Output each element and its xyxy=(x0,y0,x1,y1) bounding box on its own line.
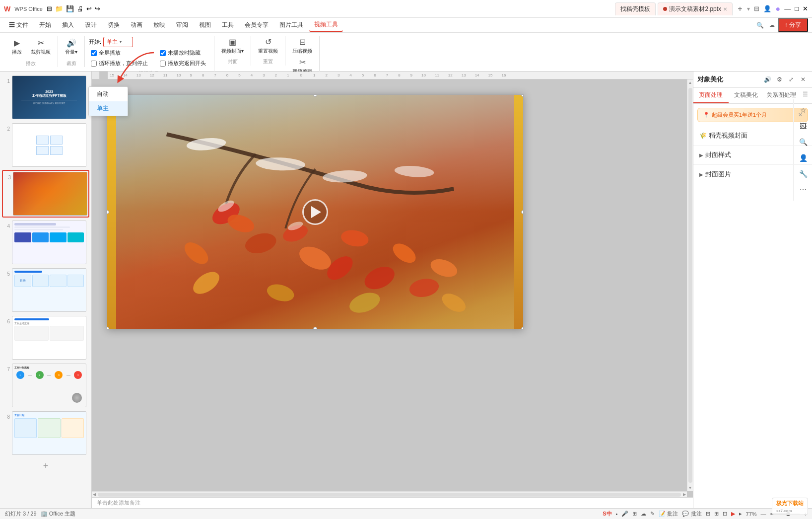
menu-video-tools[interactable]: 视频工具 xyxy=(309,18,343,32)
side-section-video-cover-title[interactable]: 🌾 稻壳视频封面 xyxy=(699,131,806,140)
menu-transition[interactable]: 切换 xyxy=(103,19,125,31)
ribbon-btn-reset[interactable]: ↺ 重置视频 xyxy=(255,36,281,56)
cloud-btn[interactable]: ☁ xyxy=(769,22,775,28)
win-minimize[interactable]: — xyxy=(784,5,791,12)
slide-item-8[interactable]: 8 工作计划 xyxy=(2,410,89,456)
vip-banner[interactable]: 📍 超级会员买1年送1个月 ✕ xyxy=(697,108,808,122)
rewind-checkbox-row[interactable]: 播放完返回开头 xyxy=(158,59,208,68)
ribbon-btn-compress[interactable]: ⊟ 压缩视频 xyxy=(289,36,315,56)
undo-icon[interactable]: ↩ xyxy=(86,5,92,12)
win-maximize[interactable]: □ xyxy=(795,5,799,12)
dropdown-option-auto[interactable]: 自动 xyxy=(89,87,128,101)
redo-icon[interactable]: ↪ xyxy=(95,5,100,12)
status-grid-icon[interactable]: ⊞ xyxy=(632,511,637,517)
fullscreen-checkbox[interactable] xyxy=(91,50,97,56)
print-icon[interactable]: 🖨 xyxy=(77,5,83,12)
zoom-decrease-btn[interactable]: — xyxy=(761,511,766,517)
video-play-button[interactable] xyxy=(302,199,328,225)
menu-vip[interactable]: 会员专享 xyxy=(240,19,273,31)
new-icon[interactable]: ⊟ xyxy=(47,5,52,12)
avatar-icon[interactable]: ● xyxy=(775,4,780,13)
status-comment1[interactable]: 📝 批注 xyxy=(659,510,678,518)
status-comment2[interactable]: 💬 批注 xyxy=(682,510,701,518)
start-dropdown[interactable]: 单主 ▾ xyxy=(103,37,133,47)
loop-checkbox[interactable] xyxy=(91,61,97,67)
side-panel-sound-icon[interactable]: 🔊 xyxy=(762,74,772,84)
add-slide-btn[interactable]: + xyxy=(2,458,89,474)
menu-tools[interactable]: 工具 xyxy=(217,19,239,31)
save-icon[interactable]: 💾 xyxy=(66,5,74,12)
note-area[interactable]: 单击此处添加备注 xyxy=(92,497,693,508)
file-tab[interactable]: 演示文稿素材2.pptx ✕ xyxy=(658,2,733,15)
status-mic-icon[interactable]: 🎤 xyxy=(621,511,628,517)
hide-checkbox[interactable] xyxy=(160,50,166,56)
menu-file[interactable]: ☰ 文件 xyxy=(4,19,33,31)
rewind-checkbox[interactable] xyxy=(160,61,166,67)
win-close[interactable]: ✕ xyxy=(803,5,808,12)
status-view3[interactable]: ⊡ xyxy=(723,511,727,517)
file-tab-close[interactable]: ✕ xyxy=(723,6,727,12)
scrollbar-horizontal[interactable]: ◀ ▶ xyxy=(92,491,687,497)
dropdown-option-single[interactable]: 单主 xyxy=(89,101,128,116)
open-icon[interactable]: 📁 xyxy=(55,5,63,12)
layout-icon[interactable]: ⊟ xyxy=(754,5,759,12)
video-container[interactable] xyxy=(107,95,523,329)
slide-item-7[interactable]: 7 工作计划流程 1 2 3 4 xyxy=(2,363,89,408)
menu-view[interactable]: 视图 xyxy=(194,19,216,31)
side-quick-pic[interactable]: 🖼 xyxy=(796,119,810,133)
loop-checkbox-row[interactable]: 循环播放，直到停止 xyxy=(89,59,150,68)
ribbon-btn-play[interactable]: ▶ 播放 xyxy=(8,37,26,57)
status-cloud-icon[interactable]: ☁ xyxy=(641,511,646,517)
scroll-down-btn[interactable]: ▼ xyxy=(687,485,693,491)
menu-slideshow[interactable]: 放映 xyxy=(148,19,170,31)
add-tab-btn[interactable]: + xyxy=(735,4,745,13)
side-panel-close-icon[interactable]: ✕ xyxy=(798,74,808,84)
status-edit-icon[interactable]: ✎ xyxy=(650,511,655,517)
fullscreen-checkbox-row[interactable]: 全屏播放 xyxy=(89,48,150,58)
scroll-thumb-v[interactable] xyxy=(688,88,692,483)
side-quick-search[interactable]: 🔍 xyxy=(796,135,810,149)
scroll-left-btn[interactable]: ◀ xyxy=(92,492,97,497)
scrollbar-vertical[interactable]: ▲ ▼ xyxy=(687,79,693,491)
ribbon-btn-trim[interactable]: ✂ 裁剪视频 xyxy=(28,37,54,57)
scroll-thumb-h[interactable] xyxy=(98,493,681,497)
play-slide-btn[interactable]: ▶ xyxy=(731,511,735,517)
scroll-up-btn[interactable]: ▲ xyxy=(687,79,693,86)
side-quick-star[interactable]: ☆ xyxy=(796,103,810,117)
handle-bot-right[interactable] xyxy=(521,327,523,329)
slide-item-4[interactable]: 4 xyxy=(2,220,89,265)
hide-checkbox-row[interactable]: 未播放时隐藏 xyxy=(158,48,208,58)
play-current-btn[interactable]: ▸ xyxy=(739,511,742,517)
side-tab-page[interactable]: 页面处理 xyxy=(693,88,729,103)
menu-start[interactable]: 开始 xyxy=(34,19,56,31)
slide-item-2[interactable]: 2 xyxy=(2,122,89,168)
ribbon-btn-volume[interactable]: 🔊 音量▾ xyxy=(62,37,80,57)
slide-item-5[interactable]: 5 目录 xyxy=(2,267,89,313)
menu-design[interactable]: 设计 xyxy=(80,19,102,31)
tab-menu-btn[interactable]: ▾ xyxy=(747,5,750,12)
side-section-cover-image-title[interactable]: ▶ 封面图片 xyxy=(699,170,806,179)
search-btn[interactable]: 🔍 xyxy=(754,19,766,31)
side-section-cover-style-title[interactable]: ▶ 封面样式 xyxy=(699,150,806,159)
status-view1[interactable]: ⊟ xyxy=(706,511,710,517)
side-panel-settings-icon[interactable]: ⚙ xyxy=(774,74,784,84)
ribbon-btn-cover[interactable]: ▣ 视频封面▾ xyxy=(218,36,247,56)
side-tab-beauty[interactable]: 文稿美化 xyxy=(729,88,764,103)
handle-bot-mid[interactable] xyxy=(313,327,317,329)
slide-item-6[interactable]: 6 工作总结汇报 xyxy=(2,315,89,361)
side-quick-more[interactable]: ⋯ xyxy=(796,183,810,197)
menu-picture-tools[interactable]: 图片工具 xyxy=(274,19,308,31)
account-icon[interactable]: 👤 xyxy=(763,5,771,12)
menu-animation[interactable]: 动画 xyxy=(126,19,147,31)
share-button[interactable]: ↑ 分享 xyxy=(778,18,808,32)
slide-item-3[interactable]: 3 xyxy=(2,170,89,218)
scroll-right-btn[interactable]: ▶ xyxy=(682,492,687,497)
side-panel-expand-icon[interactable]: ⤢ xyxy=(786,74,796,84)
status-view2[interactable]: ⊞ xyxy=(714,511,719,517)
side-quick-user[interactable]: 👤 xyxy=(796,151,810,165)
side-quick-tool[interactable]: 🔧 xyxy=(796,167,810,181)
template-tab[interactable]: 找稿壳模板 xyxy=(615,2,656,15)
menu-insert[interactable]: 插入 xyxy=(57,19,79,31)
menu-review[interactable]: 审阅 xyxy=(171,19,193,31)
slide-item-1[interactable]: 1 2023工作总结汇报PPT模板 WORK SUMMARY REPORT xyxy=(2,74,89,120)
